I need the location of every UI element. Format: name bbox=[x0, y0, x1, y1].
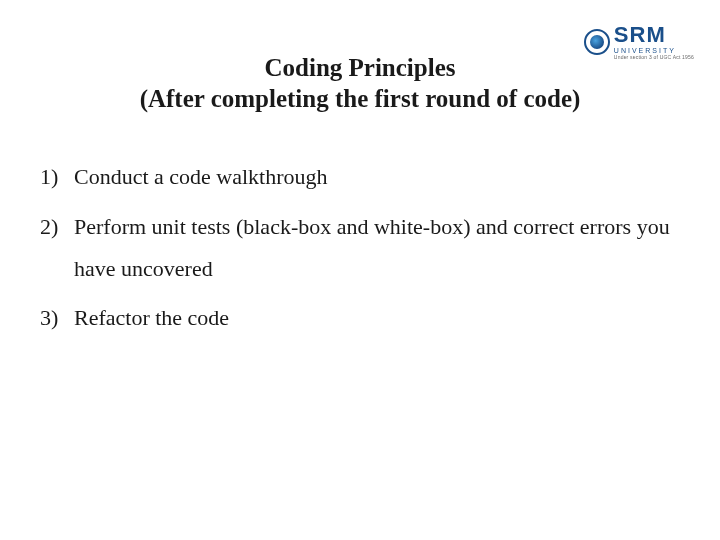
item-text: Perform unit tests (black-box and white-… bbox=[74, 206, 680, 290]
title-line-1: Coding Principles bbox=[0, 52, 720, 83]
item-text: Conduct a code walkthrough bbox=[74, 156, 680, 198]
title-block: Coding Principles (After completing the … bbox=[0, 52, 720, 115]
list-item: 3) Refactor the code bbox=[40, 297, 680, 339]
item-text: Refactor the code bbox=[74, 297, 680, 339]
item-number: 3) bbox=[40, 297, 74, 339]
item-number: 2) bbox=[40, 206, 74, 248]
list-item: 2) Perform unit tests (black-box and whi… bbox=[40, 206, 680, 290]
title-line-2: (After completing the first round of cod… bbox=[0, 83, 720, 114]
slide: SRM UNIVERSITY Under section 3 of UGC Ac… bbox=[0, 0, 720, 540]
principles-list: 1) Conduct a code walkthrough 2) Perform… bbox=[40, 156, 680, 347]
item-number: 1) bbox=[40, 156, 74, 198]
list-item: 1) Conduct a code walkthrough bbox=[40, 156, 680, 198]
logo-main: SRM bbox=[614, 24, 694, 46]
